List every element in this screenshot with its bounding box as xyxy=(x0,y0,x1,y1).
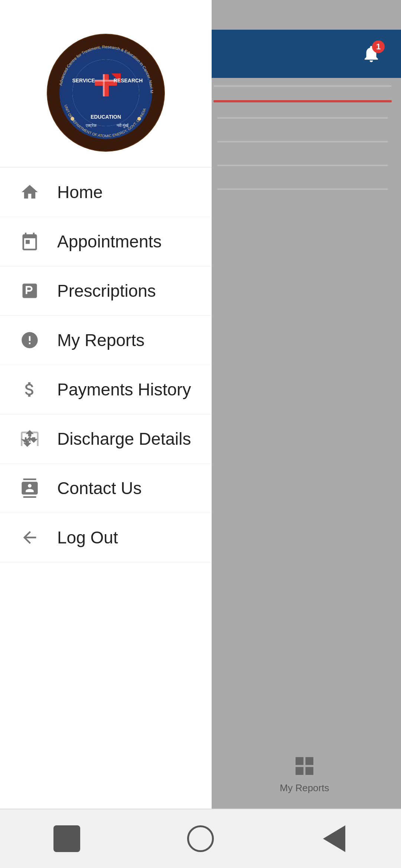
logo-area: SERVICE RESEARCH EDUCATION एक्ट्रेक नवी … xyxy=(0,0,212,167)
nav-item-my-reports[interactable]: My Reports xyxy=(0,316,212,365)
stop-button[interactable] xyxy=(48,820,85,857)
content-dividers xyxy=(212,78,394,203)
svg-text:नवी मुंबई: नवी मुंबई xyxy=(116,123,129,128)
circle-icon xyxy=(187,825,214,852)
bottom-navigation-bar xyxy=(0,809,401,868)
dollar-icon xyxy=(19,378,41,401)
bottom-nav-label: My Reports xyxy=(280,782,329,794)
nav-item-contact-us[interactable]: Contact Us xyxy=(0,464,212,513)
main-content-overlay: 1 My Reports xyxy=(208,0,401,868)
calendar-icon xyxy=(19,230,41,253)
stop-icon xyxy=(53,825,80,852)
triangle-icon xyxy=(323,825,345,852)
notification-badge: 1 xyxy=(372,40,385,53)
nav-label-my-reports: My Reports xyxy=(57,330,144,350)
logout-icon xyxy=(19,526,41,549)
svg-text:SERVICE: SERVICE xyxy=(72,78,95,83)
bottom-nav-right-panel: My Reports xyxy=(208,754,401,794)
nav-label-contact-us: Contact Us xyxy=(57,478,142,498)
nav-item-discharge-details[interactable]: Discharge Details xyxy=(0,414,212,464)
home-button[interactable] xyxy=(182,820,219,857)
main-header: 1 xyxy=(208,30,401,78)
svg-text:EDUCATION: EDUCATION xyxy=(91,114,121,120)
report-icon xyxy=(19,329,41,351)
nav-item-appointments[interactable]: Appointments xyxy=(0,217,212,266)
nav-label-payments-history: Payments History xyxy=(57,379,191,400)
grid-icon xyxy=(293,754,316,779)
nav-label-discharge-details: Discharge Details xyxy=(57,429,191,449)
svg-rect-7 xyxy=(103,74,105,96)
svg-text:RESEARCH: RESEARCH xyxy=(114,78,143,83)
nav-label-appointments: Appointments xyxy=(57,231,162,251)
notification-bell[interactable]: 1 xyxy=(356,39,386,69)
home-icon xyxy=(19,181,41,203)
nav-item-payments-history[interactable]: Payments History xyxy=(0,365,212,414)
contact-icon xyxy=(19,477,41,499)
hospital-logo: SERVICE RESEARCH EDUCATION एक्ट्रेक नवी … xyxy=(46,33,165,152)
svg-point-18 xyxy=(137,117,141,121)
nav-label-prescriptions: Prescriptions xyxy=(57,281,156,301)
back-button[interactable] xyxy=(316,820,353,857)
nav-item-home[interactable]: Home xyxy=(0,168,212,217)
nav-label-home: Home xyxy=(57,182,103,202)
nav-item-prescriptions[interactable]: Prescriptions xyxy=(0,266,212,316)
nav-label-log-out: Log Out xyxy=(57,527,118,548)
discharge-icon xyxy=(19,428,41,450)
prescription-icon xyxy=(19,280,41,302)
svg-point-17 xyxy=(71,117,74,121)
navigation-drawer: SERVICE RESEARCH EDUCATION एक्ट्रेक नवी … xyxy=(0,0,212,868)
svg-text:एक्ट्रेक: एक्ट्रेक xyxy=(85,123,97,128)
nav-list: Home Appointments Prescriptions xyxy=(0,168,212,868)
nav-item-log-out[interactable]: Log Out xyxy=(0,513,212,562)
